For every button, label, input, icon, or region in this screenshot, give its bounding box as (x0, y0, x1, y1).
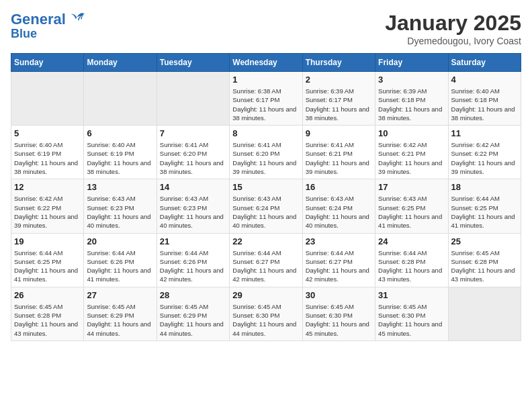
calendar-week-2: 5Sunrise: 6:40 AM Sunset: 6:19 PM Daylig… (11, 126, 521, 179)
page-header: General Blue January 2025 Dyemedougou, I… (11, 11, 521, 46)
day-number: 29 (232, 290, 299, 300)
calendar-cell (84, 72, 157, 126)
day-info: Sunrise: 6:43 AM Sunset: 6:23 PM Dayligh… (160, 194, 226, 230)
calendar-body: 1Sunrise: 6:38 AM Sunset: 6:17 PM Daylig… (11, 72, 521, 341)
day-info: Sunrise: 6:39 AM Sunset: 6:17 PM Dayligh… (306, 87, 372, 122)
day-number: 9 (306, 128, 372, 138)
day-info: Sunrise: 6:41 AM Sunset: 6:20 PM Dayligh… (160, 140, 226, 176)
day-number: 14 (160, 182, 226, 192)
day-number: 5 (14, 128, 81, 138)
day-number: 20 (87, 236, 153, 246)
day-info: Sunrise: 6:40 AM Sunset: 6:18 PM Dayligh… (451, 87, 518, 122)
day-info: Sunrise: 6:45 AM Sunset: 6:30 PM Dayligh… (378, 302, 445, 338)
day-info: Sunrise: 6:44 AM Sunset: 6:25 PM Dayligh… (451, 194, 518, 230)
day-number: 23 (306, 236, 372, 246)
day-number: 4 (451, 75, 518, 85)
calendar-cell (157, 72, 229, 126)
day-info: Sunrise: 6:45 AM Sunset: 6:28 PM Dayligh… (14, 302, 81, 338)
day-number: 11 (451, 128, 518, 138)
weekday-header-row: SundayMondayTuesdayWednesdayThursdayFrid… (11, 54, 521, 72)
day-number: 3 (378, 75, 445, 85)
calendar-cell: 9Sunrise: 6:41 AM Sunset: 6:21 PM Daylig… (302, 126, 375, 179)
calendar-cell: 7Sunrise: 6:41 AM Sunset: 6:20 PM Daylig… (157, 126, 229, 179)
day-info: Sunrise: 6:44 AM Sunset: 6:26 PM Dayligh… (160, 248, 226, 284)
day-info: Sunrise: 6:42 AM Sunset: 6:21 PM Dayligh… (378, 140, 445, 176)
calendar-week-1: 1Sunrise: 6:38 AM Sunset: 6:17 PM Daylig… (11, 72, 521, 126)
calendar-cell (11, 72, 84, 126)
calendar-cell: 14Sunrise: 6:43 AM Sunset: 6:23 PM Dayli… (157, 179, 229, 233)
day-info: Sunrise: 6:38 AM Sunset: 6:17 PM Dayligh… (232, 87, 299, 122)
weekday-header-tuesday: Tuesday (157, 54, 229, 72)
calendar-cell: 19Sunrise: 6:44 AM Sunset: 6:25 PM Dayli… (11, 233, 84, 287)
weekday-header-friday: Friday (375, 54, 448, 72)
day-info: Sunrise: 6:41 AM Sunset: 6:21 PM Dayligh… (306, 140, 372, 176)
day-number: 13 (87, 182, 153, 192)
day-info: Sunrise: 6:40 AM Sunset: 6:19 PM Dayligh… (87, 140, 153, 176)
day-number: 17 (378, 182, 445, 192)
day-number: 1 (232, 75, 299, 85)
calendar-cell: 18Sunrise: 6:44 AM Sunset: 6:25 PM Dayli… (448, 179, 521, 233)
calendar-cell: 28Sunrise: 6:45 AM Sunset: 6:29 PM Dayli… (157, 287, 229, 340)
calendar-cell: 30Sunrise: 6:45 AM Sunset: 6:30 PM Dayli… (302, 287, 375, 340)
day-number: 8 (232, 128, 299, 138)
calendar-cell: 21Sunrise: 6:44 AM Sunset: 6:26 PM Dayli… (157, 233, 229, 287)
calendar-cell: 23Sunrise: 6:44 AM Sunset: 6:27 PM Dayli… (302, 233, 375, 287)
day-number: 21 (160, 236, 226, 246)
day-info: Sunrise: 6:43 AM Sunset: 6:23 PM Dayligh… (87, 194, 153, 230)
logo-general: General (11, 11, 66, 28)
calendar-cell: 22Sunrise: 6:44 AM Sunset: 6:27 PM Dayli… (230, 233, 302, 287)
day-number: 2 (306, 75, 372, 85)
day-info: Sunrise: 6:43 AM Sunset: 6:24 PM Dayligh… (306, 194, 372, 230)
calendar-cell: 25Sunrise: 6:45 AM Sunset: 6:28 PM Dayli… (448, 233, 521, 287)
calendar-cell (448, 287, 521, 340)
calendar-cell: 27Sunrise: 6:45 AM Sunset: 6:29 PM Dayli… (84, 287, 157, 340)
day-info: Sunrise: 6:44 AM Sunset: 6:28 PM Dayligh… (378, 248, 445, 284)
day-info: Sunrise: 6:44 AM Sunset: 6:26 PM Dayligh… (87, 248, 153, 284)
calendar-cell: 11Sunrise: 6:42 AM Sunset: 6:22 PM Dayli… (448, 126, 521, 179)
day-info: Sunrise: 6:42 AM Sunset: 6:22 PM Dayligh… (451, 140, 518, 176)
day-number: 10 (378, 128, 445, 138)
calendar-cell: 13Sunrise: 6:43 AM Sunset: 6:23 PM Dayli… (84, 179, 157, 233)
calendar-week-4: 19Sunrise: 6:44 AM Sunset: 6:25 PM Dayli… (11, 233, 521, 287)
day-info: Sunrise: 6:44 AM Sunset: 6:27 PM Dayligh… (306, 248, 372, 284)
day-number: 26 (14, 290, 81, 300)
day-number: 25 (451, 236, 518, 246)
day-number: 16 (306, 182, 372, 192)
day-info: Sunrise: 6:43 AM Sunset: 6:24 PM Dayligh… (232, 194, 299, 230)
weekday-header-wednesday: Wednesday (230, 54, 302, 72)
calendar-cell: 16Sunrise: 6:43 AM Sunset: 6:24 PM Dayli… (302, 179, 375, 233)
calendar-cell: 8Sunrise: 6:41 AM Sunset: 6:20 PM Daylig… (230, 126, 302, 179)
logo-blue: Blue (11, 27, 37, 40)
day-number: 15 (232, 182, 299, 192)
calendar-cell: 12Sunrise: 6:42 AM Sunset: 6:22 PM Dayli… (11, 179, 84, 233)
day-info: Sunrise: 6:45 AM Sunset: 6:30 PM Dayligh… (232, 302, 299, 338)
day-number: 27 (87, 290, 153, 300)
day-number: 7 (160, 128, 226, 138)
day-info: Sunrise: 6:44 AM Sunset: 6:25 PM Dayligh… (14, 248, 81, 284)
day-info: Sunrise: 6:40 AM Sunset: 6:19 PM Dayligh… (14, 140, 81, 176)
logo-bird-icon (71, 11, 85, 24)
calendar-cell: 1Sunrise: 6:38 AM Sunset: 6:17 PM Daylig… (230, 72, 302, 126)
calendar-cell: 6Sunrise: 6:40 AM Sunset: 6:19 PM Daylig… (84, 126, 157, 179)
day-info: Sunrise: 6:45 AM Sunset: 6:29 PM Dayligh… (87, 302, 153, 338)
day-number: 30 (306, 290, 372, 300)
weekday-header-monday: Monday (84, 54, 157, 72)
day-number: 22 (232, 236, 299, 246)
calendar-cell: 26Sunrise: 6:45 AM Sunset: 6:28 PM Dayli… (11, 287, 84, 340)
calendar-cell: 29Sunrise: 6:45 AM Sunset: 6:30 PM Dayli… (230, 287, 302, 340)
day-number: 12 (14, 182, 81, 192)
day-info: Sunrise: 6:42 AM Sunset: 6:22 PM Dayligh… (14, 194, 81, 230)
day-number: 18 (451, 182, 518, 192)
calendar-cell: 4Sunrise: 6:40 AM Sunset: 6:18 PM Daylig… (448, 72, 521, 126)
day-number: 28 (160, 290, 226, 300)
weekday-header-saturday: Saturday (448, 54, 521, 72)
calendar-cell: 20Sunrise: 6:44 AM Sunset: 6:26 PM Dayli… (84, 233, 157, 287)
title-block: January 2025 Dyemedougou, Ivory Coast (385, 11, 521, 46)
calendar-cell: 3Sunrise: 6:39 AM Sunset: 6:18 PM Daylig… (375, 72, 448, 126)
day-number: 6 (87, 128, 153, 138)
weekday-header-sunday: Sunday (11, 54, 84, 72)
day-number: 19 (14, 236, 81, 246)
day-info: Sunrise: 6:39 AM Sunset: 6:18 PM Dayligh… (378, 87, 445, 122)
day-info: Sunrise: 6:45 AM Sunset: 6:30 PM Dayligh… (306, 302, 372, 338)
calendar-cell: 2Sunrise: 6:39 AM Sunset: 6:17 PM Daylig… (302, 72, 375, 126)
